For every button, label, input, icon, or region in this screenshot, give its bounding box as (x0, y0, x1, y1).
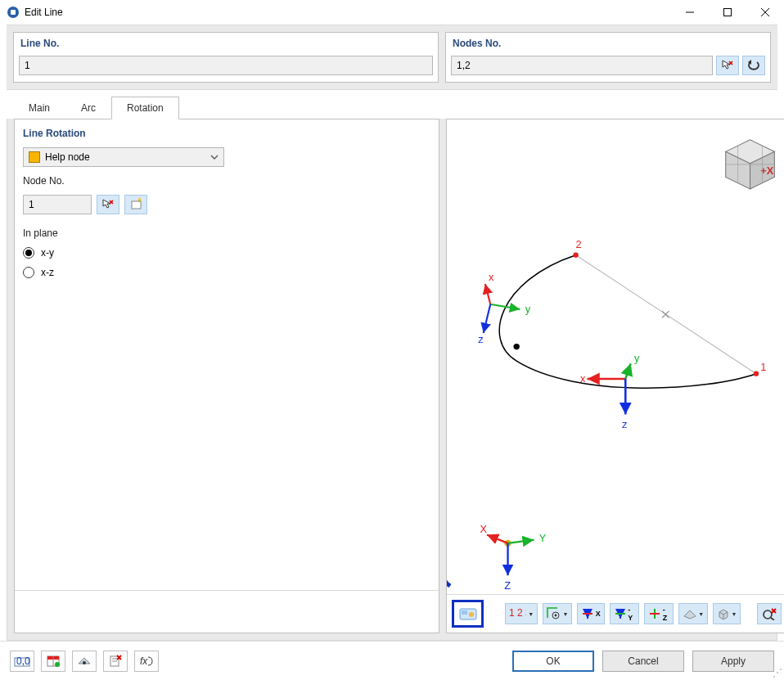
svg-line-35 (625, 363, 630, 379)
svg-marker-55 (684, 610, 696, 619)
preview-viewport[interactable]: +X 2 1 x (447, 119, 784, 594)
window-title: Edit Line (25, 7, 671, 18)
fx-script-button[interactable]: fx (134, 651, 159, 672)
maximize-button[interactable] (709, 0, 746, 25)
line-no-input[interactable] (19, 56, 433, 75)
content-row: Line Rotation Help node Node No. In plan (7, 119, 777, 641)
corner-axis-z: Z (504, 580, 511, 592)
svg-line-61 (771, 618, 774, 620)
svg-rect-3 (724, 9, 732, 16)
svg-rect-44 (462, 610, 467, 615)
dialog-button-row: 0,00 fx OK Cancel Apply ⋰ (0, 641, 784, 680)
svg-line-30 (485, 284, 490, 304)
svg-text:z: z (622, 419, 627, 430)
svg-point-69 (55, 662, 60, 667)
apply-button[interactable]: Apply (692, 651, 774, 672)
svg-point-45 (469, 612, 474, 617)
node-no-input[interactable] (23, 195, 92, 214)
axis-neg-y-button[interactable]: -Y (610, 603, 639, 624)
axis-neg-z-button[interactable]: -Z (644, 603, 674, 624)
axis-label-z: z (478, 335, 483, 346)
corner-axis-y: Y (539, 533, 547, 544)
svg-text:1: 1 (760, 362, 766, 373)
tab-bar: Main Arc Rotation (13, 97, 784, 119)
cancel-button[interactable]: Cancel (602, 651, 684, 672)
line-no-pane: Line No. (13, 32, 439, 83)
new-node-button[interactable] (124, 195, 147, 214)
axis-label-y: y (525, 304, 531, 315)
tab-main[interactable]: Main (13, 97, 65, 119)
rotation-mode-select[interactable]: Help node (23, 147, 224, 167)
left-panel-footer (15, 590, 439, 633)
ok-button[interactable]: OK (512, 651, 594, 672)
plane-xy-radio[interactable] (23, 247, 34, 259)
callout-arrow-icon (447, 555, 457, 591)
chevron-down-icon (210, 153, 219, 161)
rotation-panel: Line Rotation Help node Node No. In plan (14, 119, 439, 633)
show-in-view-button[interactable] (72, 651, 97, 672)
svg-text:+X: +X (760, 165, 774, 177)
nodes-no-label: Nodes No. (446, 33, 770, 52)
svg-point-71 (83, 661, 86, 664)
titlebar: Edit Line (0, 0, 784, 25)
svg-line-41 (508, 540, 534, 543)
plane-xz-label: x-z (41, 267, 54, 278)
tab-arc[interactable]: Arc (65, 97, 111, 119)
line-no-label: Line No. (14, 33, 438, 52)
svg-point-25 (573, 253, 578, 258)
svg-point-48 (555, 615, 557, 617)
axis-label-x: x (489, 272, 494, 283)
selection-cube-button[interactable]: ▼ (713, 603, 741, 624)
close-button[interactable] (746, 0, 784, 25)
axis-x-button[interactable]: X (577, 603, 604, 624)
attributes-table-button[interactable] (41, 651, 65, 672)
render-mode-button[interactable] (452, 600, 484, 628)
node-no-label: Node No. (23, 175, 430, 187)
plane-xy-label: x-y (41, 247, 54, 259)
tab-rotation[interactable]: Rotation (111, 97, 179, 119)
plane-xz-radio[interactable] (23, 267, 34, 278)
svg-text:fx: fx (140, 655, 148, 667)
clear-script-button[interactable] (103, 651, 128, 672)
in-plane-label: In plane (23, 227, 430, 239)
svg-point-29 (513, 344, 519, 349)
units-button[interactable]: 0,00 (10, 651, 34, 672)
corner-axis-x: X (480, 525, 487, 536)
svg-text:x: x (580, 373, 586, 385)
view-extents-button[interactable]: ▼ (543, 603, 572, 624)
help-node-swatch-icon (29, 151, 40, 163)
svg-text:y: y (634, 353, 640, 364)
header-panes: Line No. Nodes No. (7, 25, 777, 90)
section-title-line-rotation: Line Rotation (15, 119, 439, 144)
svg-line-40 (487, 535, 508, 543)
nodes-no-pane: Nodes No. (445, 32, 771, 83)
svg-text:1 2 3: 1 2 3 (509, 608, 526, 619)
app-icon (7, 6, 20, 19)
pick-node-button[interactable] (97, 195, 119, 214)
numbering-button[interactable]: 1 2 3▼ (505, 603, 538, 624)
resize-grip-icon[interactable]: ⋰ (773, 667, 782, 678)
nodes-no-input[interactable] (451, 56, 713, 75)
view-style-button[interactable]: ▼ (678, 603, 708, 624)
svg-text:2: 2 (576, 240, 582, 251)
preview-panel: +X 2 1 x (446, 119, 784, 633)
pick-nodes-button[interactable] (716, 56, 739, 75)
svg-point-27 (754, 372, 759, 376)
svg-rect-10 (132, 201, 141, 209)
svg-text:0,00: 0,00 (16, 655, 30, 667)
svg-rect-1 (11, 10, 16, 15)
clear-selection-button[interactable] (757, 603, 782, 624)
minimize-button[interactable] (671, 0, 709, 25)
rotation-mode-value: Help node (45, 151, 90, 163)
preview-toolbar: 1 2 3▼ ▼ X -Y -Z ▼ ▼ (447, 594, 784, 633)
svg-line-32 (484, 304, 491, 333)
revert-nodes-button[interactable] (742, 56, 765, 75)
svg-point-60 (764, 610, 772, 619)
nav-cube-icon[interactable]: +X (726, 140, 775, 189)
